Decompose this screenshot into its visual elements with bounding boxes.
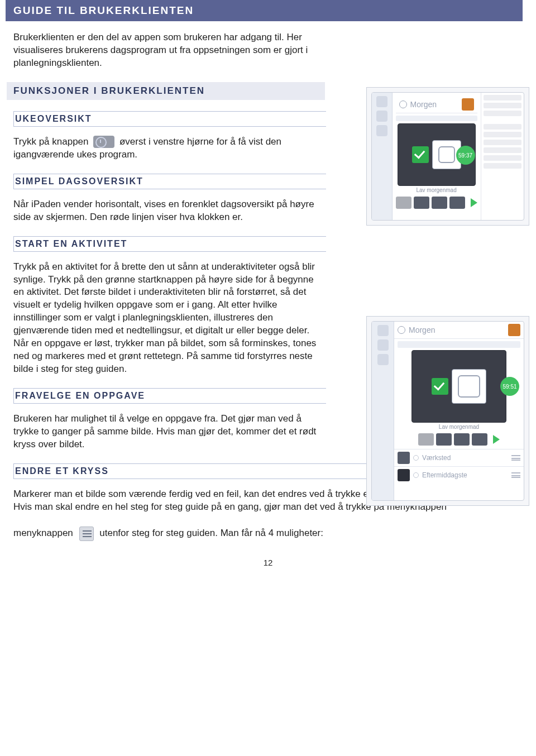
morning-icon (399, 101, 407, 108)
vaerksted-icon (398, 452, 410, 464)
eftermiddag-icon (398, 469, 410, 481)
endre-body-after: utenfor steg for steg guiden. Man får nå… (99, 528, 323, 538)
activity-caption: Lav morgenmad (396, 187, 477, 193)
ukeoversikt-body: Trykk på knappen øverst i venstre hjørne… (13, 136, 326, 161)
timer-badge: 59:51 (500, 377, 519, 396)
check-icon (432, 378, 448, 395)
list-item: Værksted (394, 449, 524, 466)
page-number: 12 (13, 558, 523, 567)
list-item-label: Eftermiddagste (422, 471, 508, 479)
section-start: START EN AKTIVITET (13, 236, 326, 252)
simpel-body: Når iPaden vender horisontalt, vises en … (13, 198, 326, 224)
section-ukeoversikt: UKEOVERSIKT (13, 111, 326, 127)
circle-icon (413, 472, 419, 478)
page-title: GUIDE TIL BRUKERKLIENTEN (6, 0, 523, 21)
activity-caption: Lav morgenmad (394, 424, 524, 430)
thumb-row (394, 433, 524, 446)
intro-paragraph: Brukerklienten er den del av appen som b… (13, 31, 326, 70)
list-item: Eftermiddagste (394, 466, 524, 484)
section-funksjoner: FUNKSJONER I BRUKERKLIENTEN (7, 82, 325, 100)
timer-badge: 59:37 (456, 146, 475, 165)
thumb-row (396, 197, 477, 209)
avatar (462, 98, 474, 111)
menu-icon (79, 527, 94, 541)
play-icon (493, 435, 500, 444)
screenshot-2-header: Morgen (409, 326, 435, 334)
fravelge-body: Brukeren har mulighet til å velge en opp… (13, 413, 326, 451)
play-icon (471, 198, 477, 207)
screenshot-1-header: Morgen (410, 100, 437, 109)
circle-icon (413, 455, 419, 461)
start-body: Trykk på en aktivitet for å brette den u… (13, 261, 326, 376)
screenshot-1: Morgen 59:37 Lav morgenmad (366, 87, 529, 226)
avatar (508, 324, 520, 336)
activity-tile (411, 350, 506, 423)
screenshot-1-right-panel (481, 93, 524, 220)
check-icon (412, 146, 429, 163)
screenshot-1-sidebar (372, 93, 393, 220)
activity-image-icon (452, 369, 486, 404)
clock-toggle-icon (93, 136, 114, 148)
morning-icon (398, 326, 405, 334)
section-fravelge: FRAVELGE EN OPPGAVE (13, 388, 326, 404)
screenshot-2: Morgen 59:51 Lav morgenmad (366, 316, 529, 506)
ukeoversikt-body-before: Trykk på knappen (13, 136, 89, 147)
screenshot-2-sidebar (372, 322, 394, 500)
menu-icon (511, 455, 520, 461)
menu-icon (511, 472, 520, 478)
list-item-label: Værksted (422, 454, 508, 462)
section-simpel: SIMPEL DAGSOVERSIKT (13, 174, 326, 189)
